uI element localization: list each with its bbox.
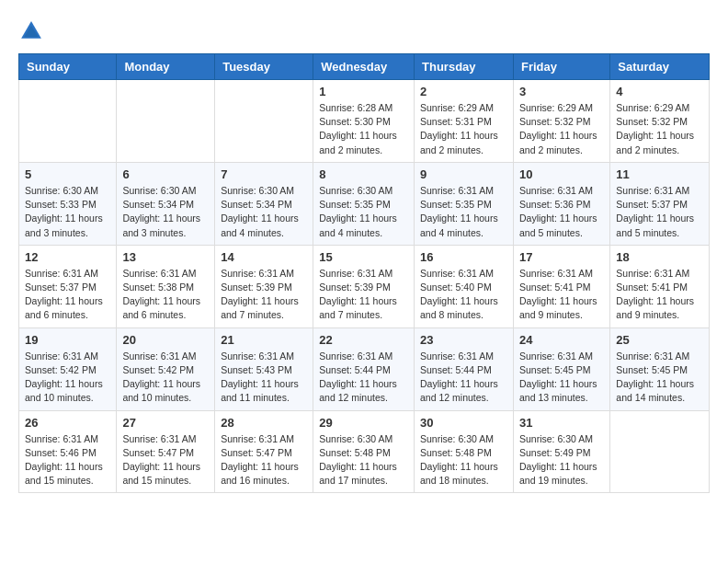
calendar-cell: 6Sunrise: 6:30 AM Sunset: 5:34 PM Daylig… — [117, 162, 215, 245]
calendar-cell — [215, 80, 313, 163]
day-info: Sunrise: 6:30 AM Sunset: 5:35 PM Dayligh… — [319, 184, 408, 240]
day-number: 21 — [221, 333, 307, 347]
day-info: Sunrise: 6:31 AM Sunset: 5:41 PM Dayligh… — [519, 267, 604, 323]
day-info: Sunrise: 6:30 AM Sunset: 5:34 PM Dayligh… — [221, 184, 307, 240]
day-info: Sunrise: 6:31 AM Sunset: 5:35 PM Dayligh… — [420, 184, 507, 240]
calendar-cell: 1Sunrise: 6:28 AM Sunset: 5:30 PM Daylig… — [313, 80, 415, 163]
day-header-tuesday: Tuesday — [215, 54, 313, 80]
day-info: Sunrise: 6:31 AM Sunset: 5:44 PM Dayligh… — [420, 350, 507, 406]
day-info: Sunrise: 6:31 AM Sunset: 5:45 PM Dayligh… — [616, 350, 703, 406]
calendar-cell — [610, 410, 710, 493]
day-number: 15 — [319, 250, 408, 264]
day-info: Sunrise: 6:31 AM Sunset: 5:42 PM Dayligh… — [25, 350, 110, 406]
calendar-cell: 23Sunrise: 6:31 AM Sunset: 5:44 PM Dayli… — [415, 327, 514, 410]
calendar-cell: 10Sunrise: 6:31 AM Sunset: 5:36 PM Dayli… — [513, 162, 609, 245]
calendar-cell: 18Sunrise: 6:31 AM Sunset: 5:41 PM Dayli… — [610, 245, 710, 327]
calendar-cell: 17Sunrise: 6:31 AM Sunset: 5:41 PM Dayli… — [513, 245, 609, 327]
calendar-cell: 25Sunrise: 6:31 AM Sunset: 5:45 PM Dayli… — [610, 327, 710, 410]
calendar-cell: 11Sunrise: 6:31 AM Sunset: 5:37 PM Dayli… — [610, 162, 710, 245]
page-header — [18, 18, 710, 44]
day-header-sunday: Sunday — [19, 54, 117, 80]
day-info: Sunrise: 6:30 AM Sunset: 5:48 PM Dayligh… — [420, 432, 507, 488]
day-number: 20 — [122, 333, 209, 347]
day-number: 1 — [319, 85, 408, 98]
day-number: 3 — [519, 85, 604, 98]
day-number: 29 — [319, 416, 408, 430]
calendar-cell: 9Sunrise: 6:31 AM Sunset: 5:35 PM Daylig… — [415, 162, 514, 245]
day-info: Sunrise: 6:31 AM Sunset: 5:39 PM Dayligh… — [319, 267, 408, 323]
calendar-cell — [19, 80, 117, 163]
calendar-week-row: 1Sunrise: 6:28 AM Sunset: 5:30 PM Daylig… — [19, 80, 710, 163]
calendar-week-row: 26Sunrise: 6:31 AM Sunset: 5:46 PM Dayli… — [19, 410, 710, 493]
day-number: 19 — [25, 333, 110, 347]
day-number: 23 — [420, 333, 507, 347]
calendar-cell: 20Sunrise: 6:31 AM Sunset: 5:42 PM Dayli… — [117, 327, 215, 410]
calendar-cell: 29Sunrise: 6:30 AM Sunset: 5:48 PM Dayli… — [313, 410, 415, 493]
day-header-thursday: Thursday — [415, 54, 514, 80]
day-info: Sunrise: 6:31 AM Sunset: 5:38 PM Dayligh… — [122, 267, 209, 323]
calendar-cell: 3Sunrise: 6:29 AM Sunset: 5:32 PM Daylig… — [513, 80, 609, 163]
calendar-cell: 7Sunrise: 6:30 AM Sunset: 5:34 PM Daylig… — [215, 162, 313, 245]
day-number: 27 — [122, 416, 209, 430]
day-info: Sunrise: 6:29 AM Sunset: 5:32 PM Dayligh… — [616, 101, 703, 157]
calendar-cell: 8Sunrise: 6:30 AM Sunset: 5:35 PM Daylig… — [313, 162, 415, 245]
day-number: 18 — [616, 250, 703, 264]
day-info: Sunrise: 6:31 AM Sunset: 5:42 PM Dayligh… — [122, 350, 209, 406]
day-number: 24 — [519, 333, 604, 347]
calendar-cell: 31Sunrise: 6:30 AM Sunset: 5:49 PM Dayli… — [513, 410, 609, 493]
day-number: 26 — [25, 416, 110, 430]
day-info: Sunrise: 6:31 AM Sunset: 5:43 PM Dayligh… — [221, 350, 307, 406]
calendar-cell: 21Sunrise: 6:31 AM Sunset: 5:43 PM Dayli… — [215, 327, 313, 410]
calendar-cell: 15Sunrise: 6:31 AM Sunset: 5:39 PM Dayli… — [313, 245, 415, 327]
day-info: Sunrise: 6:29 AM Sunset: 5:31 PM Dayligh… — [420, 101, 507, 157]
day-info: Sunrise: 6:31 AM Sunset: 5:45 PM Dayligh… — [519, 350, 604, 406]
day-number: 11 — [616, 167, 703, 181]
calendar-week-row: 12Sunrise: 6:31 AM Sunset: 5:37 PM Dayli… — [19, 245, 710, 327]
day-number: 12 — [25, 250, 110, 264]
day-info: Sunrise: 6:31 AM Sunset: 5:39 PM Dayligh… — [221, 267, 307, 323]
calendar-cell: 12Sunrise: 6:31 AM Sunset: 5:37 PM Dayli… — [19, 245, 117, 327]
calendar-cell: 30Sunrise: 6:30 AM Sunset: 5:48 PM Dayli… — [415, 410, 514, 493]
calendar-cell: 26Sunrise: 6:31 AM Sunset: 5:46 PM Dayli… — [19, 410, 117, 493]
day-info: Sunrise: 6:31 AM Sunset: 5:47 PM Dayligh… — [221, 432, 307, 488]
calendar-cell: 22Sunrise: 6:31 AM Sunset: 5:44 PM Dayli… — [313, 327, 415, 410]
day-number: 9 — [420, 167, 507, 181]
day-header-monday: Monday — [117, 54, 215, 80]
calendar-cell: 28Sunrise: 6:31 AM Sunset: 5:47 PM Dayli… — [215, 410, 313, 493]
calendar-week-row: 19Sunrise: 6:31 AM Sunset: 5:42 PM Dayli… — [19, 327, 710, 410]
calendar-cell — [117, 80, 215, 163]
logo — [18, 18, 48, 44]
calendar-cell: 19Sunrise: 6:31 AM Sunset: 5:42 PM Dayli… — [19, 327, 117, 410]
day-info: Sunrise: 6:30 AM Sunset: 5:48 PM Dayligh… — [319, 432, 408, 488]
calendar-cell: 13Sunrise: 6:31 AM Sunset: 5:38 PM Dayli… — [117, 245, 215, 327]
day-number: 4 — [616, 85, 703, 98]
day-number: 10 — [519, 167, 604, 181]
day-number: 8 — [319, 167, 408, 181]
day-number: 30 — [420, 416, 507, 430]
day-number: 14 — [221, 250, 307, 264]
day-number: 2 — [420, 85, 507, 98]
day-header-friday: Friday — [513, 54, 609, 80]
day-number: 16 — [420, 250, 507, 264]
day-info: Sunrise: 6:29 AM Sunset: 5:32 PM Dayligh… — [519, 101, 604, 157]
day-info: Sunrise: 6:31 AM Sunset: 5:37 PM Dayligh… — [616, 184, 703, 240]
day-info: Sunrise: 6:31 AM Sunset: 5:41 PM Dayligh… — [616, 267, 703, 323]
calendar-cell: 4Sunrise: 6:29 AM Sunset: 5:32 PM Daylig… — [610, 80, 710, 163]
day-info: Sunrise: 6:31 AM Sunset: 5:46 PM Dayligh… — [25, 432, 110, 488]
day-number: 5 — [25, 167, 110, 181]
day-info: Sunrise: 6:31 AM Sunset: 5:44 PM Dayligh… — [319, 350, 408, 406]
day-info: Sunrise: 6:30 AM Sunset: 5:33 PM Dayligh… — [25, 184, 110, 240]
day-number: 25 — [616, 333, 703, 347]
calendar-table: SundayMondayTuesdayWednesdayThursdayFrid… — [18, 53, 710, 493]
day-number: 13 — [122, 250, 209, 264]
day-number: 22 — [319, 333, 408, 347]
calendar-cell: 5Sunrise: 6:30 AM Sunset: 5:33 PM Daylig… — [19, 162, 117, 245]
day-info: Sunrise: 6:30 AM Sunset: 5:34 PM Dayligh… — [122, 184, 209, 240]
day-header-wednesday: Wednesday — [313, 54, 415, 80]
day-number: 6 — [122, 167, 209, 181]
day-info: Sunrise: 6:28 AM Sunset: 5:30 PM Dayligh… — [319, 101, 408, 157]
logo-icon — [18, 18, 44, 44]
day-info: Sunrise: 6:30 AM Sunset: 5:49 PM Dayligh… — [519, 432, 604, 488]
calendar-cell: 27Sunrise: 6:31 AM Sunset: 5:47 PM Dayli… — [117, 410, 215, 493]
calendar-cell: 24Sunrise: 6:31 AM Sunset: 5:45 PM Dayli… — [513, 327, 609, 410]
